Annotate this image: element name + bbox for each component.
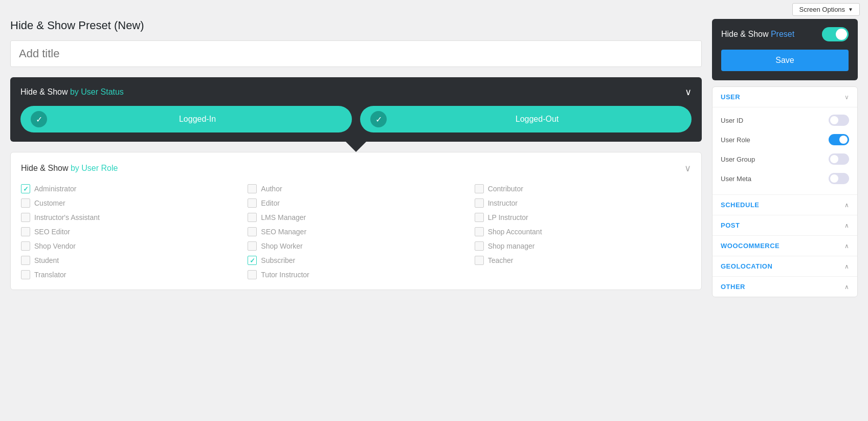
logged-in-label: Logged-In [53, 115, 342, 124]
preset-title: Hide & Show Preset [721, 30, 794, 39]
sidebar-section-title-5: OTHER [721, 283, 745, 291]
role-checkbox[interactable] [248, 198, 257, 208]
role-item[interactable]: SEO Editor [21, 227, 237, 236]
role-label: Shop Vendor [34, 242, 76, 250]
sidebar-section-user[interactable]: USER∨ [713, 87, 857, 107]
sidebar-item-label-3: User Meta [721, 175, 751, 183]
sidebar-section-chevron-5: ∧ [844, 283, 849, 291]
sidebar-item-user-id: User ID [721, 110, 849, 130]
role-checkbox[interactable] [21, 227, 30, 236]
arrow-connector [10, 142, 702, 152]
role-label: Author [261, 185, 282, 193]
sidebar-item-toggle-2[interactable] [829, 153, 849, 165]
role-item[interactable]: Customer [21, 198, 237, 208]
main-layout: Hide & Show Preset (New) Hide & Show by … [0, 19, 868, 307]
sidebar-section-chevron-0: ∨ [844, 94, 849, 101]
logged-out-button[interactable]: ✓ Logged-Out [360, 106, 692, 132]
sidebar-section-title-3: WOOCOMMERCE [721, 242, 780, 250]
sidebar-section-other[interactable]: OTHER∧ [713, 277, 857, 297]
role-checkbox[interactable] [475, 227, 484, 236]
sidebar-item-toggle-3[interactable] [829, 173, 849, 184]
role-item[interactable]: LP Instructor [475, 213, 691, 222]
role-item[interactable]: Subscriber [248, 256, 464, 265]
role-checkbox[interactable] [248, 227, 257, 236]
sidebar-section-title-1: SCHEDULE [721, 201, 760, 209]
left-content: Hide & Show Preset (New) Hide & Show by … [10, 19, 702, 297]
role-label: Shop manager [488, 242, 535, 250]
user-status-title-highlight: by User Status [70, 87, 124, 96]
role-checkbox[interactable] [475, 256, 484, 265]
sidebar-section-schedule[interactable]: SCHEDULE∧ [713, 195, 857, 215]
preset-toggle-slider [822, 27, 849, 41]
role-checkbox[interactable] [475, 213, 484, 222]
sidebar-section-geolocation[interactable]: GEOLOCATION∧ [713, 256, 857, 277]
role-checkbox[interactable] [248, 256, 257, 265]
role-checkbox[interactable] [475, 184, 484, 193]
role-checkbox[interactable] [475, 198, 484, 208]
sidebar-section-chevron-1: ∧ [844, 202, 849, 209]
sidebar-sections: USER∨User IDUser RoleUser GroupUser Meta… [712, 86, 858, 297]
sidebar-item-toggle-slider-3 [829, 173, 849, 184]
role-item[interactable]: Teacher [475, 256, 691, 265]
role-item[interactable]: Tutor Instructor [248, 270, 464, 279]
sidebar-section-title-2: POST [721, 221, 740, 229]
sidebar-item-user-role: User Role [721, 130, 849, 149]
sidebar-item-toggle-1[interactable] [829, 134, 849, 145]
role-label: Contributor [488, 185, 523, 193]
preset-toggle[interactable] [822, 27, 849, 41]
logged-out-label: Logged-Out [393, 115, 681, 124]
user-status-chevron-icon[interactable]: ∨ [685, 86, 692, 98]
role-checkbox[interactable] [21, 213, 30, 222]
sidebar-item-label-1: User Role [721, 136, 750, 144]
sidebar-section-chevron-4: ∧ [844, 263, 849, 270]
user-status-panel-header: Hide & Show by User Status ∨ [20, 86, 692, 98]
logged-out-check-icon: ✓ [370, 111, 387, 127]
role-item[interactable]: Translator [21, 270, 237, 279]
role-item[interactable]: Student [21, 256, 237, 265]
role-item[interactable]: LMS Manager [248, 213, 464, 222]
screen-options-label: Screen Options [799, 6, 845, 13]
sidebar-item-user-meta: User Meta [721, 169, 849, 188]
sidebar-section-items-0: User IDUser RoleUser GroupUser Meta [713, 107, 857, 195]
role-item[interactable]: Author [248, 184, 464, 193]
screen-options-button[interactable]: Screen Options ▼ [792, 3, 860, 16]
logged-in-check-icon: ✓ [31, 111, 47, 127]
role-checkbox[interactable] [21, 241, 30, 251]
user-status-panel: Hide & Show by User Status ∨ ✓ Logged-In… [10, 77, 702, 142]
sidebar-section-woocommerce[interactable]: WOOCOMMERCE∧ [713, 236, 857, 256]
preset-header: Hide & Show Preset [712, 19, 858, 50]
save-button[interactable]: Save [721, 50, 849, 71]
role-checkbox[interactable] [248, 270, 257, 279]
role-checkbox[interactable] [475, 241, 484, 251]
preset-panel: Hide & Show Preset Save [712, 19, 858, 80]
role-checkbox[interactable] [21, 184, 30, 193]
status-buttons: ✓ Logged-In ✓ Logged-Out [20, 106, 692, 132]
role-checkbox[interactable] [21, 256, 30, 265]
role-item[interactable]: Instructor [475, 198, 691, 208]
role-item[interactable]: Shop Worker [248, 241, 464, 251]
user-status-title: Hide & Show by User Status [20, 87, 124, 97]
role-checkbox[interactable] [21, 198, 30, 208]
role-checkbox[interactable] [248, 213, 257, 222]
role-item[interactable]: Shop manager [475, 241, 691, 251]
role-item[interactable]: Instructor's Assistant [21, 213, 237, 222]
logged-in-button[interactable]: ✓ Logged-In [20, 106, 352, 132]
sidebar-section-chevron-3: ∧ [844, 242, 849, 250]
sidebar-section-title-4: GEOLOCATION [721, 262, 772, 270]
sidebar-item-toggle-0[interactable] [829, 115, 849, 126]
role-checkbox[interactable] [248, 184, 257, 193]
role-checkbox[interactable] [248, 241, 257, 251]
role-item[interactable]: Editor [248, 198, 464, 208]
title-input[interactable] [11, 41, 701, 67]
role-item[interactable]: Administrator [21, 184, 237, 193]
user-role-chevron-icon[interactable]: ∨ [684, 163, 691, 174]
role-item[interactable]: Contributor [475, 184, 691, 193]
role-item[interactable]: Shop Vendor [21, 241, 237, 251]
role-label: SEO Editor [34, 228, 70, 236]
role-item[interactable]: Shop Accountant [475, 227, 691, 236]
arrow-down-icon [346, 142, 366, 152]
role-item[interactable]: SEO Manager [248, 227, 464, 236]
role-checkbox[interactable] [21, 270, 30, 279]
title-input-wrapper [10, 40, 702, 67]
sidebar-section-post[interactable]: POST∧ [713, 215, 857, 236]
